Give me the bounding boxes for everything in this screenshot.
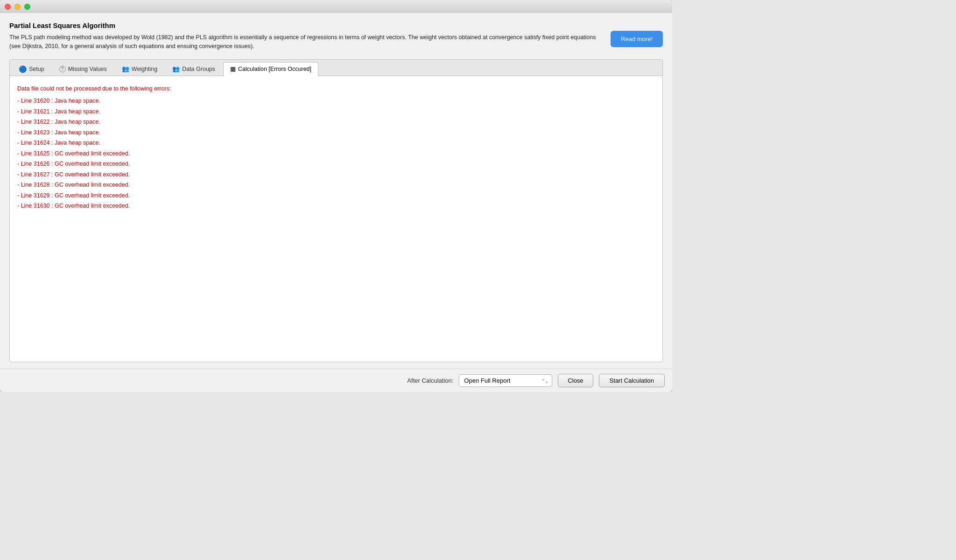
error-line-10: - Line 31630 : GC overhead limit exceede… [17,201,655,211]
error-line-9: - Line 31629 : GC overhead limit exceede… [17,190,655,201]
tab-content-calculation: Data file could not be processed due to … [10,76,662,362]
error-line-2: - Line 31622 : Java heap space. [17,117,655,127]
error-line-6: - Line 31626 : GC overhead limit exceede… [17,159,655,169]
radio-icon: 🔵 [19,65,27,73]
tab-data-groups-label: Data Groups [182,66,215,72]
minimize-button[interactable] [14,4,21,10]
close-button[interactable] [5,4,11,10]
after-calculation-dropdown[interactable]: Open Full Report Do Nothing Open Results [459,374,552,387]
error-line-7: - Line 31627 : GC overhead limit exceede… [17,169,655,180]
tab-weighting[interactable]: 👥 Weighting [115,62,164,76]
grid-icon: ▦ [230,65,236,72]
after-calculation-label: After Calculation: [407,377,453,384]
tab-data-groups[interactable]: 👥 Data Groups [165,62,222,76]
page-description: The PLS path modeling method was develop… [9,33,601,51]
error-line-0: - Line 31620 : Java heap space. [17,96,655,106]
main-panel: 🔵 Setup ? Missing Values 👥 Weighting 👥 D… [9,59,663,363]
error-line-1: - Line 31621 : Java heap space. [17,106,655,117]
tab-bar: 🔵 Setup ? Missing Values 👥 Weighting 👥 D… [10,60,662,76]
tab-calculation[interactable]: ▦ Calculation [Errors Occured] [223,62,318,76]
error-messages: Data file could not be processed due to … [17,84,655,211]
maximize-button[interactable] [24,4,30,10]
tab-missing-values-label: Missing Values [68,66,107,72]
header-section: Partial Least Squares Algorithm The PLS … [9,21,663,51]
error-line-5: - Line 31625 : GC overhead limit exceede… [17,148,655,159]
title-bar [0,0,672,13]
error-line-4: - Line 31624 : Java heap space. [17,138,655,148]
content-area: Partial Least Squares Algorithm The PLS … [0,13,672,369]
tab-setup-label: Setup [29,66,44,72]
dropdown-wrapper: Open Full Report Do Nothing Open Results [459,374,552,387]
tab-setup[interactable]: 🔵 Setup [12,62,51,76]
footer: After Calculation: Open Full Report Do N… [0,369,672,392]
close-button-footer[interactable]: Close [558,374,593,387]
tab-weighting-label: Weighting [132,66,157,72]
error-line-3: - Line 31623 : Java heap space. [17,127,655,138]
error-header: Data file could not be processed due to … [17,84,655,94]
people-icon-weighting: 👥 [122,65,129,72]
read-more-button[interactable]: Read more! [611,31,663,47]
page-title: Partial Least Squares Algorithm [9,21,601,29]
tab-missing-values[interactable]: ? Missing Values [52,62,114,76]
question-icon: ? [59,66,66,72]
people-icon-groups: 👥 [172,65,180,72]
tab-calculation-label: Calculation [Errors Occured] [238,66,311,72]
error-line-8: - Line 31628 : GC overhead limit exceede… [17,180,655,190]
start-calculation-button[interactable]: Start Calculation [599,374,665,387]
header-text: Partial Least Squares Algorithm The PLS … [9,21,601,51]
main-window: Partial Least Squares Algorithm The PLS … [0,0,672,392]
